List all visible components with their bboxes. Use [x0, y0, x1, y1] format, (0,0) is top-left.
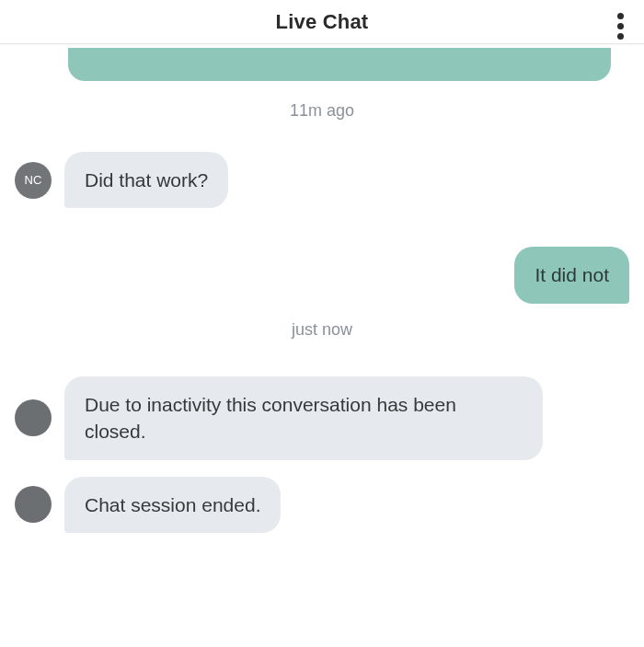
agent-message-bubble: Did that work?: [64, 152, 228, 208]
chat-body: 11m ago NC Did that work? It did not jus…: [0, 48, 644, 573]
system-message-bubble: Due to inactivity this conversation has …: [64, 376, 543, 460]
timestamp-label: 11m ago: [15, 101, 629, 121]
agent-avatar: NC: [15, 162, 52, 199]
message-row: Chat session ended.: [15, 477, 629, 533]
chat-header: Live Chat: [0, 0, 644, 44]
system-message-bubble: Chat session ended.: [64, 477, 281, 533]
message-row: Due to inactivity this conversation has …: [15, 376, 629, 460]
page-title: Live Chat: [276, 10, 369, 34]
timestamp-label: just now: [15, 320, 629, 340]
more-menu-icon[interactable]: [614, 9, 627, 43]
previous-outgoing-message-cutoff: [68, 48, 611, 81]
message-row: NC Did that work?: [15, 152, 629, 208]
system-avatar: [15, 486, 52, 523]
message-row: It did not: [15, 247, 629, 303]
system-avatar: [15, 399, 52, 436]
user-message-bubble: It did not: [514, 247, 629, 303]
